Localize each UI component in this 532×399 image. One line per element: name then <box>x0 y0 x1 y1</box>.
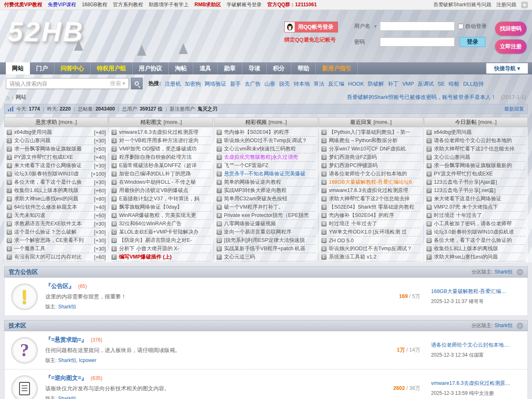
list-item[interactable]: 3文心云山寨问题 <box>426 153 525 162</box>
list-item[interactable]: 3梦幻西游商业FZ源码 <box>321 153 420 162</box>
collapse-button[interactable]: − <box>517 323 523 329</box>
topbar-link[interactable]: 注册问题 <box>496 1 516 8</box>
nav-item-10[interactable]: 积分 <box>267 62 291 74</box>
nav-item-9[interactable]: 导读 <box>242 62 267 74</box>
list-item[interactable]: 5加密自己编译的DLL补丁的思路 <box>111 170 210 178</box>
list-item[interactable]: 4飞艹一个CF雷盾FZ <box>217 162 315 170</box>
list-item[interactable]: 3PY源文件帮忙打包成EXE[+40] <box>7 153 106 162</box>
toggle-width-icon[interactable]: ❖ <box>521 2 528 8</box>
password-input[interactable] <box>380 37 455 47</box>
list-item[interactable]: 8简单用C32am突破灰色按钮 <box>217 195 315 203</box>
nav-item-2[interactable]: 门户 <box>30 62 54 74</box>
hot-search-link[interactable]: 网络验证 <box>204 81 226 87</box>
list-item[interactable]: 5PY源文件帮忙打包成EXE <box>426 170 525 178</box>
list-item[interactable]: 964位软件怎么修改标题文本[+40] <box>7 203 106 212</box>
list-item[interactable]: 1请各位老师给个文心云封包本地的 <box>426 137 525 145</box>
list-item[interactable]: A壳内修补【S02E04】的程序 <box>321 212 420 220</box>
list-item[interactable]: 8来大佬看下这是什么网络验证 <box>426 195 525 203</box>
hot-search-link[interactable]: 补丁 <box>388 81 399 87</box>
list-item[interactable]: DZH OD 5.0 <box>321 236 420 245</box>
nav-item-7[interactable]: 道具 <box>193 62 218 74</box>
list-item[interactable]: 2VMP加壳 OD报错，变态爆破成功 <box>111 145 210 153</box>
auto-login-checkbox[interactable] <box>458 24 463 29</box>
lastpost-link[interactable]: vmware17.6.3去虚拟化过检测原… <box>431 380 521 387</box>
list-item[interactable]: 4梦幻西游PC押镖源码 <box>321 162 420 170</box>
list-item[interactable]: C这个是什么验证？怎么破解[+30] <box>7 228 106 236</box>
list-item[interactable]: 2文心云vm和未v快速找三码教程 <box>217 145 315 153</box>
hot-search-link[interactable]: 转本地 <box>293 81 310 87</box>
hot-search-link[interactable]: 新手 <box>230 81 241 87</box>
list-item[interactable]: C逆向一个易语言重启联网程序 <box>217 228 315 236</box>
nav-item-12[interactable]: 新用户指引 <box>316 62 358 74</box>
register-button[interactable]: 立即注册 <box>495 39 527 54</box>
list-item[interactable]: F系统激活工具箱 v1.2 <box>321 253 420 261</box>
quick-nav-button[interactable]: 快捷导航 ▾ <box>486 63 528 74</box>
list-item[interactable]: E实战某新手练手VB程序+patch 机器 <box>217 245 315 253</box>
list-item[interactable]: 8E盾拯救计划之V37，中转算法，妈 <box>111 195 210 203</box>
home-icon[interactable]: ⌂ <box>6 94 10 101</box>
list-item[interactable]: A时过境迁 十年过去了 <box>426 212 525 220</box>
list-item[interactable]: D求一个解密思路，CE里看不到[+30] <box>7 236 106 245</box>
qq-login-button[interactable]: 用QQ帐号登录 <box>284 22 338 32</box>
list-item[interactable]: 7123云盘电子书分享[.net篇] <box>426 187 525 195</box>
list-item[interactable]: 0x64dbg使用问题[+40] <box>7 128 106 137</box>
column-more-link[interactable]: [more..] <box>268 119 287 125</box>
forum-moderators[interactable]: Shark恒, Icpower <box>58 357 96 363</box>
hot-search-link[interactable]: 反调试 <box>418 81 434 87</box>
lastpost-link[interactable]: 168GB大量破解教程-吾爱汇编… <box>431 288 521 295</box>
list-item[interactable]: 5悬赏杀手--不知名网络验证完美爆破 <box>217 170 315 178</box>
hot-search-link[interactable]: HOOK <box>348 81 364 87</box>
list-item[interactable]: A无壳未知闪退[+50] <box>7 212 106 220</box>
topbar-link[interactable]: 168GB教程 <box>82 2 107 7</box>
hot-search-link[interactable]: SE <box>438 81 445 87</box>
forum-link[interactable]: 『=悬赏求助=』 <box>45 336 87 343</box>
forum-link[interactable]: 『=逆向图文=』 <box>45 374 87 381</box>
login-button[interactable]: 登录 <box>460 37 485 47</box>
forum-link[interactable]: 『公告区』 <box>45 283 74 289</box>
username-input[interactable] <box>380 22 455 31</box>
list-item[interactable]: 8求助大神se山寨找esi的问题[+80] <box>7 195 106 203</box>
list-item[interactable]: 6各位大佬，看下这个是什么验[+30] <box>7 178 106 187</box>
list-item[interactable]: 9飘零旗舰网络验证【0day】 <box>111 203 210 212</box>
list-item[interactable]: 4E盾常规破法秒杀某DNFFZ（超详 <box>111 162 210 170</box>
moderator-link[interactable]: Shark恒 <box>495 322 512 329</box>
column-more-link[interactable]: [more..] <box>478 119 497 125</box>
topbar-link[interactable]: 付费优质VIP教程 <box>4 2 42 7</box>
list-item[interactable]: B时过境迁 十年过去了 <box>321 220 420 228</box>
list-item[interactable]: 0壳内修补【S02E04】的程序 <box>217 128 315 137</box>
hot-search-link[interactable]: 脱壳 <box>279 81 290 87</box>
topbar-link[interactable]: 吾爱破解Shark恒账号问题 <box>433 1 491 8</box>
column-more-link[interactable]: [more..] <box>373 119 392 125</box>
latest-reply-link[interactable]: 最新回复 <box>504 106 524 113</box>
hot-search-link[interactable]: 注册机 <box>165 81 181 87</box>
list-item[interactable]: 2求一份飘零网络验证旗舰版最[+50] <box>7 145 106 153</box>
list-item[interactable]: 6在Windows中劫持DLL - 不传之秘 <box>111 178 210 187</box>
forum-moderators[interactable]: Shark恒 <box>58 396 76 399</box>
nav-item-5[interactable]: 用户协议 <box>133 62 169 74</box>
auto-login-option[interactable]: 自动登录 <box>458 22 487 30</box>
list-item[interactable]: APrivate exe Protector脱壳（EPE脱壳 <box>217 212 315 220</box>
list-item[interactable]: 0x64dbg使用问题 <box>426 128 525 137</box>
hot-search-link[interactable]: DLL劫持 <box>463 81 484 87</box>
list-item[interactable]: E一个魔兽工具[+30] <box>7 245 106 253</box>
list-item[interactable]: 6123云盘电子书分享[Ajax篇] <box>426 178 525 187</box>
list-item[interactable]: D【防逆向】易语言防逆向之对E- <box>111 236 210 245</box>
list-item[interactable]: 2求助大神帮忙看下这2个信息能去掉 <box>426 145 525 153</box>
topbar-link[interactable]: RMB求助区 <box>195 2 221 7</box>
forum-moderators[interactable]: Shark恒 <box>58 304 76 310</box>
list-item[interactable]: B求教易语言无壳EXE软件文本[+30] <box>7 220 106 228</box>
list-item[interactable]: F文心元追三码 <box>217 253 315 261</box>
list-item[interactable]: 1文心云山寨问题[+30] <box>7 137 106 145</box>
list-item[interactable]: 9【S02E04】Shark恒 零基础逆向教程 <box>321 203 420 212</box>
hot-search-link[interactable]: 暗桩 <box>448 81 459 87</box>
search-button[interactable] <box>131 78 143 89</box>
hot-search-link[interactable]: 反汇编 <box>328 81 344 87</box>
list-item[interactable]: 5请各位老师给个文心云封包本地的 <box>321 170 420 178</box>
topbar-link[interactable]: 助困境学子有学上 <box>149 2 189 7</box>
list-item[interactable]: 1听说烛火的OD过不去Tvmp反调试？ <box>217 137 315 145</box>
hot-search-link[interactable]: VMP <box>402 81 414 87</box>
topbar-link[interactable]: 官方QQ群：12111061 <box>267 2 317 7</box>
notice-link[interactable]: 吾爱破解的Shark恒账号已被修改密码，账号被登录不是本人！ <box>347 94 496 100</box>
list-item[interactable]: 9破一个VM程序并打补丁。 <box>217 203 315 212</box>
list-item[interactable]: C论坛3.0新春特别版WIN10虚拟机谁 <box>426 228 525 236</box>
